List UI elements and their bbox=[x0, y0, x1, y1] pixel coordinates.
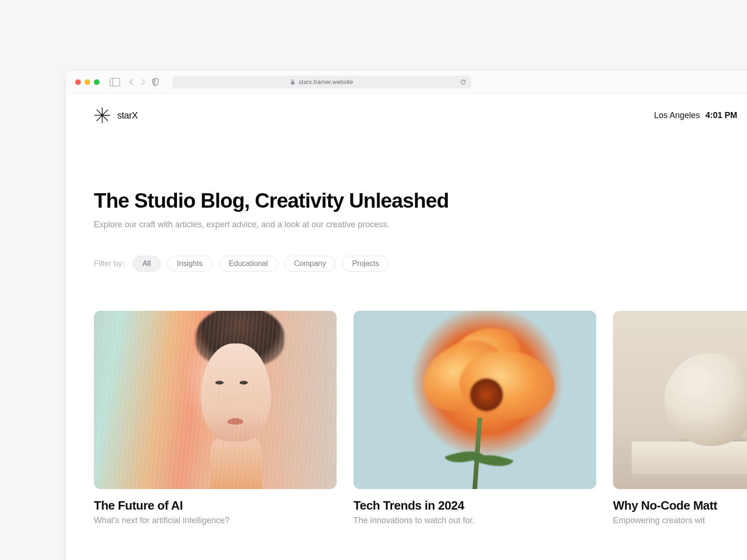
filter-pill-educational[interactable]: Educational bbox=[219, 256, 278, 272]
card-title: Why No-Code Matt bbox=[613, 498, 747, 513]
window-controls bbox=[75, 79, 99, 85]
sidebar-toggle-icon[interactable] bbox=[110, 78, 120, 86]
svg-rect-0 bbox=[291, 82, 294, 84]
brand-logo-icon bbox=[94, 107, 111, 124]
blog-card[interactable]: Why No-Code Matt Empowering creators wit bbox=[613, 311, 747, 525]
filter-pill-all[interactable]: All bbox=[133, 256, 161, 272]
card-subtitle: What's next for artificial intelligence? bbox=[94, 516, 337, 525]
card-thumbnail bbox=[613, 311, 747, 489]
site-header: starX Los Angeles 4:01 PM bbox=[66, 94, 747, 124]
filter-bar: Filter by: All Insights Educational Comp… bbox=[94, 256, 737, 272]
close-window-icon[interactable] bbox=[75, 79, 81, 85]
clock-time: 4:01 PM bbox=[705, 111, 737, 120]
filter-pill-insights[interactable]: Insights bbox=[167, 256, 212, 272]
lock-icon bbox=[290, 79, 295, 85]
card-subtitle: Empowering creators wit bbox=[613, 516, 747, 525]
blog-card[interactable]: Tech Trends in 2024 The innovations to w… bbox=[353, 311, 596, 525]
page-subtitle: Explore our craft with articles, expert … bbox=[94, 220, 737, 230]
minimize-window-icon[interactable] bbox=[85, 79, 90, 85]
filter-pill-projects[interactable]: Projects bbox=[342, 256, 389, 272]
card-subtitle: The innovations to watch out for. bbox=[353, 516, 596, 525]
header-clock: Los Angeles 4:01 PM bbox=[654, 111, 737, 120]
url-text: starx.framer.website bbox=[299, 78, 353, 85]
brand[interactable]: starX bbox=[94, 107, 138, 124]
clock-city: Los Angeles bbox=[654, 111, 700, 120]
privacy-shield-icon[interactable] bbox=[152, 78, 159, 86]
maximize-window-icon[interactable] bbox=[94, 79, 99, 85]
browser-toolbar: starx.framer.website bbox=[66, 70, 747, 94]
url-bar[interactable]: starx.framer.website bbox=[172, 76, 471, 89]
brand-name: starX bbox=[117, 110, 138, 121]
page-content: The Studio Blog, Creativity Unleashed Ex… bbox=[66, 124, 747, 525]
back-icon[interactable] bbox=[129, 78, 136, 85]
filter-pill-company[interactable]: Company bbox=[284, 256, 336, 272]
card-thumbnail bbox=[94, 311, 337, 489]
card-grid: The Future of AI What's next for artific… bbox=[94, 311, 737, 525]
reload-icon[interactable] bbox=[460, 79, 466, 85]
filter-label: Filter by: bbox=[94, 259, 124, 268]
card-thumbnail bbox=[353, 311, 596, 489]
browser-window: starx.framer.website starX bbox=[65, 70, 747, 560]
blog-card[interactable]: The Future of AI What's next for artific… bbox=[94, 311, 337, 525]
nav-arrows bbox=[130, 80, 144, 84]
page-title: The Studio Blog, Creativity Unleashed bbox=[94, 189, 737, 212]
card-title: Tech Trends in 2024 bbox=[353, 498, 596, 513]
card-title: The Future of AI bbox=[94, 498, 337, 513]
forward-icon[interactable] bbox=[139, 78, 145, 85]
